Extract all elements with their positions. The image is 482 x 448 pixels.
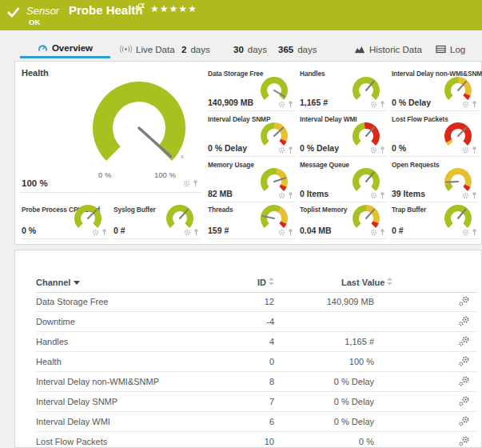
cell-channel-name[interactable]: Interval Delay non-WMI&SNMP	[36, 377, 159, 386]
cell-last-value: 140,909 MB	[278, 297, 374, 306]
tab-live-data[interactable]: Live Data	[120, 40, 175, 58]
pin-icon[interactable]	[380, 229, 385, 236]
flag-icon[interactable]	[137, 3, 145, 12]
tab-30-days[interactable]: 30 days	[233, 40, 267, 58]
table-row[interactable]: Interval Delay WMI60 % Delay	[36, 412, 477, 432]
channel-settings-gears-icon[interactable]	[458, 295, 470, 307]
gauge-value: 0 % Delay	[392, 98, 431, 107]
gear-icon[interactable]	[92, 229, 99, 236]
channel-settings-gears-icon[interactable]	[458, 415, 470, 427]
gauge-dial	[349, 119, 384, 150]
cell-channel-name[interactable]: Downtime	[36, 317, 75, 326]
gauge-label: Open Requests	[392, 161, 440, 169]
gauge-tile[interactable]: Toplist Memory0.04 MB	[299, 202, 387, 239]
gear-icon[interactable]	[183, 180, 190, 187]
gear-icon[interactable]	[184, 229, 191, 236]
gauge-value: 159 #	[208, 226, 229, 235]
gauge-tile[interactable]: Data Storage Free140,909 MB	[207, 66, 295, 111]
tab-365-days[interactable]: 365 days	[278, 40, 317, 58]
pin-icon[interactable]	[472, 229, 477, 236]
tab-log[interactable]: Log	[436, 40, 465, 58]
column-header-last-value[interactable]: Last Value	[341, 278, 392, 287]
gauge-tile[interactable]: Handles1,165 #	[299, 66, 387, 111]
gauge-quick-icons	[92, 229, 107, 236]
gear-icon[interactable]	[370, 146, 377, 154]
table-row[interactable]: Downtime-4	[36, 312, 477, 332]
table-row[interactable]: Interval Delay non-WMI&SNMP80 % Delay	[36, 372, 477, 392]
table-row[interactable]: Interval Delay SNMP70 % Delay	[36, 392, 477, 412]
gauge-tile[interactable]: Memory Usage82 MB	[207, 158, 295, 202]
cell-channel-name[interactable]: Interval Delay WMI	[36, 417, 110, 426]
column-header-id[interactable]: ID	[244, 278, 274, 287]
pin-icon[interactable]	[288, 192, 293, 199]
gear-icon[interactable]	[278, 192, 285, 199]
gear-icon[interactable]	[278, 229, 285, 236]
gear-icon[interactable]	[370, 229, 377, 236]
gauge-tile[interactable]: Interval Delay SNMP0 % Delay	[207, 112, 295, 157]
gear-icon[interactable]	[370, 101, 377, 108]
gear-icon[interactable]	[278, 146, 285, 154]
gauge-value: 0 Items	[300, 189, 329, 198]
gauge-tile[interactable]: Trap Buffer0 #	[391, 202, 479, 239]
cell-last-value: 0 % Delay	[278, 377, 374, 386]
tab-2-days[interactable]: 2 days	[181, 40, 210, 58]
gauge-tile[interactable]: Open Requests39 Items	[391, 158, 479, 202]
pin-icon[interactable]	[472, 101, 477, 108]
channel-settings-gears-icon[interactable]	[458, 335, 470, 347]
gauge-label: Health	[22, 68, 49, 78]
pin-icon[interactable]	[102, 229, 107, 236]
pin-icon[interactable]	[472, 146, 477, 154]
gauge-dial	[440, 202, 476, 232]
pin-icon[interactable]	[288, 146, 293, 154]
tab-overview[interactable]: Overview	[20, 40, 110, 58]
gauge-tile[interactable]: Probe Process CPU Load0 %	[21, 202, 109, 239]
gauge-quick-icons	[370, 101, 385, 108]
gear-icon[interactable]	[462, 192, 469, 199]
priority-stars[interactable]: ★★★★★	[150, 3, 197, 14]
pin-icon[interactable]	[288, 101, 293, 108]
pin-icon[interactable]	[472, 192, 477, 199]
cell-channel-name[interactable]: Lost Flow Packets	[36, 437, 107, 446]
cell-channel-name[interactable]: Interval Delay SNMP	[36, 397, 118, 406]
channel-settings-gears-icon[interactable]	[458, 395, 470, 407]
gauge-value: 0.04 MB	[300, 226, 332, 235]
gauge-tile[interactable]: Interval Delay non-WMI&SNMP0 % Delay	[391, 66, 479, 111]
table-row[interactable]: Handles41,165 #	[36, 332, 477, 352]
health-gauge-tile[interactable]: Health 0 % 100 % 100 % x	[20, 66, 202, 193]
pin-icon[interactable]	[288, 229, 293, 236]
channel-settings-gears-icon[interactable]	[458, 435, 470, 447]
gauge-tile[interactable]: Threads159 #	[207, 202, 295, 239]
channel-settings-gears-icon[interactable]	[458, 315, 470, 327]
pin-icon[interactable]	[380, 192, 385, 199]
gauge-tile[interactable]: Syslog Buffer0 #	[113, 202, 201, 239]
cell-channel-name[interactable]: Health	[36, 357, 62, 366]
gauge-dial	[162, 202, 197, 232]
gauge-tile[interactable]: Message Queue0 Items	[299, 158, 387, 202]
tab-historic-data[interactable]: Historic Data	[354, 40, 422, 58]
gear-icon[interactable]	[462, 229, 469, 236]
table-row[interactable]: Health0100 %	[36, 352, 477, 372]
channel-settings-gears-icon[interactable]	[458, 375, 470, 387]
gauge-quick-icons	[462, 101, 477, 108]
tab-2-days-label: days	[190, 45, 209, 54]
pin-icon[interactable]	[380, 101, 385, 108]
pin-icon[interactable]	[380, 146, 385, 154]
gear-icon[interactable]	[462, 146, 469, 154]
gauge-tile[interactable]: Lost Flow Packets0 %	[391, 112, 479, 157]
gauge-tile[interactable]: Interval Delay WMI0 % Delay	[299, 112, 387, 157]
gauge-arc-green	[353, 168, 380, 191]
status-badge: OK	[29, 18, 40, 26]
gear-icon[interactable]	[278, 101, 285, 108]
column-header-channel[interactable]: Channel	[36, 278, 80, 287]
table-row[interactable]: Lost Flow Packets100 %	[36, 432, 477, 448]
cell-channel-name[interactable]: Data Storage Free	[36, 297, 109, 306]
table-row[interactable]: Data Storage Free12140,909 MB	[36, 292, 477, 312]
pin-icon[interactable]	[193, 229, 199, 236]
gauge-tab-icon	[38, 43, 48, 53]
cell-channel-name[interactable]: Handles	[36, 337, 68, 346]
gear-icon[interactable]	[370, 192, 377, 199]
gear-icon[interactable]	[462, 101, 469, 108]
channel-settings-gears-icon[interactable]	[458, 355, 470, 367]
pin-icon[interactable]	[193, 180, 198, 187]
gauge-label: Handles	[300, 70, 325, 78]
